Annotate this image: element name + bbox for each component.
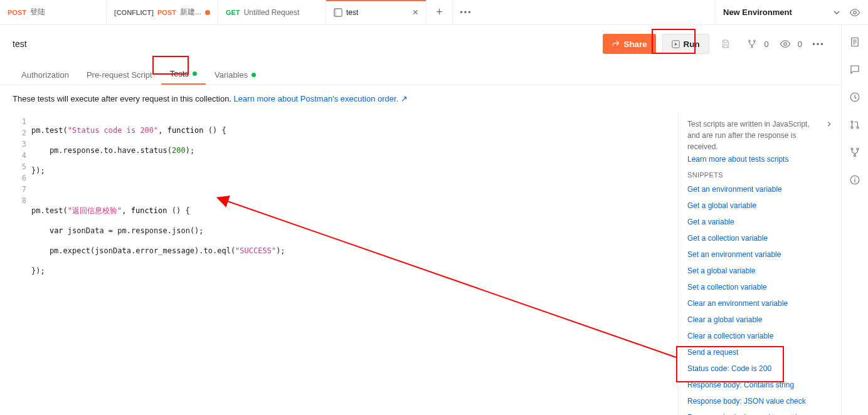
svg-point-14	[851, 127, 853, 129]
tab-request-login[interactable]: POST 登陆	[0, 0, 107, 24]
svg-rect-1	[334, 8, 337, 16]
svg-point-5	[753, 40, 755, 42]
tab-overflow-button[interactable]: •••	[453, 0, 479, 24]
svg-point-4	[748, 40, 750, 42]
snippet-item[interactable]: Set a global variable	[687, 263, 832, 279]
snippet-item[interactable]: Get a variable	[687, 214, 832, 230]
subtab-authorization[interactable]: Authorization	[13, 65, 78, 85]
tab-collection-test[interactable]: test ×	[326, 0, 426, 24]
svg-point-6	[751, 46, 753, 48]
documentation-icon[interactable]	[849, 36, 860, 48]
snippet-item[interactable]: Set a collection variable	[687, 279, 832, 295]
chevron-right-icon[interactable]	[826, 121, 832, 127]
snippet-item[interactable]: Response body: Is equal to a string	[687, 409, 832, 415]
method-badge: POST	[157, 9, 176, 16]
info-icon[interactable]	[849, 174, 860, 186]
watch-button[interactable]	[775, 34, 795, 54]
svg-point-16	[851, 148, 853, 150]
environment-quicklook-icon[interactable]	[849, 7, 860, 18]
collection-icon	[334, 8, 342, 17]
tests-learn-more-link[interactable]: Learn more about tests scripts	[687, 155, 832, 164]
snippet-item[interactable]: Get a collection variable	[687, 230, 832, 246]
chevron-down-icon	[833, 9, 840, 16]
learn-more-link[interactable]: Learn more about Postman's execution ord…	[234, 94, 408, 103]
snippet-item[interactable]: Clear a collection variable	[687, 328, 832, 344]
tab-request-new[interactable]: [CONFLICT] POST 新建...	[107, 0, 218, 24]
share-label: Share	[624, 39, 647, 49]
pull-requests-icon[interactable]	[849, 119, 860, 130]
snippets-desc: Test scripts are written in JavaScript, …	[687, 118, 820, 152]
watch-count: 0	[798, 39, 802, 49]
environment-name: New Environment	[723, 8, 792, 17]
subtab-variables[interactable]: Variables	[206, 65, 265, 85]
svg-point-17	[857, 148, 859, 150]
snippets-panel: Test scripts are written in JavaScript, …	[678, 112, 841, 415]
snippet-item[interactable]: Clear an environment variable	[687, 295, 832, 312]
line-gutter: 1 2 3 4 5 6 7 8	[13, 112, 31, 415]
svg-point-18	[854, 155, 856, 157]
subtab-tests[interactable]: Tests	[161, 64, 206, 85]
share-button[interactable]: Share	[603, 34, 656, 54]
tab-label: Untitled Request	[244, 8, 300, 17]
fork-count: 0	[765, 39, 769, 49]
tab-label: test	[346, 8, 358, 17]
run-button[interactable]: Run	[662, 34, 709, 54]
top-tab-bar: POST 登陆 [CONFLICT] POST 新建... GET Untitl…	[0, 0, 868, 25]
tab-request-untitled[interactable]: GET Untitled Request	[218, 0, 326, 24]
comments-icon[interactable]	[849, 64, 860, 75]
share-icon	[611, 39, 620, 48]
snippet-item[interactable]: Response body: Contains string	[687, 377, 832, 393]
svg-point-13	[851, 121, 853, 123]
snippet-item[interactable]: Set an environment variable	[687, 246, 832, 263]
close-icon[interactable]: ×	[413, 8, 418, 18]
snippet-item[interactable]: Response body: JSON value check	[687, 393, 832, 409]
has-content-indicator	[193, 71, 197, 76]
subtab-variables-label: Variables	[214, 70, 248, 80]
svg-point-2	[854, 11, 857, 14]
ellipsis-icon: •••	[812, 39, 825, 49]
svg-point-7	[784, 43, 787, 46]
tests-description: These tests will execute after every req…	[0, 85, 841, 112]
desc-text: These tests will execute after every req…	[13, 94, 234, 103]
snippets-heading: SNIPPETS	[687, 171, 832, 179]
fork-button[interactable]	[742, 34, 762, 54]
environment-selector[interactable]: New Environment	[715, 0, 868, 24]
changelog-icon[interactable]	[849, 92, 860, 103]
snippet-item[interactable]: Clear a global variable	[687, 312, 832, 328]
unsaved-indicator	[205, 10, 210, 15]
save-button	[716, 34, 736, 54]
conflict-badge: [CONFLICT]	[114, 9, 154, 16]
method-badge: GET	[226, 9, 240, 16]
svg-point-15	[857, 127, 859, 129]
new-tab-button[interactable]: +	[426, 0, 453, 24]
snippet-item[interactable]: Send a request	[687, 344, 832, 360]
subtab-prerequest[interactable]: Pre-request Script	[78, 65, 161, 85]
forks-icon[interactable]	[849, 147, 860, 158]
more-actions-button[interactable]: •••	[808, 34, 828, 54]
snippet-item[interactable]: Get an environment variable	[687, 181, 832, 197]
tab-label: 新建...	[180, 7, 201, 18]
subtab-tests-label: Tests	[170, 69, 189, 78]
collection-title[interactable]: test	[13, 39, 596, 49]
collection-subtabs: Authorization Pre-request Script Tests V…	[0, 63, 841, 85]
method-badge: POST	[8, 9, 26, 16]
snippet-item[interactable]: Get a global variable	[687, 197, 832, 214]
code-body[interactable]: pm.test("Status code is 200", function (…	[31, 112, 678, 415]
code-editor[interactable]: 1 2 3 4 5 6 7 8 pm.test("Status code is …	[0, 112, 678, 415]
svg-point-21	[854, 177, 855, 179]
run-label: Run	[684, 39, 700, 49]
context-bar	[842, 25, 868, 415]
tabs-region: POST 登陆 [CONFLICT] POST 新建... GET Untitl…	[0, 0, 715, 24]
play-icon	[672, 40, 680, 48]
ellipsis-icon: •••	[460, 8, 472, 17]
collection-header: test Share Run 0	[0, 25, 841, 63]
snippet-item[interactable]: Status code: Code is 200	[687, 360, 832, 377]
plus-icon: +	[436, 6, 443, 19]
tab-label: 登陆	[30, 7, 45, 18]
has-content-indicator	[251, 73, 256, 77]
